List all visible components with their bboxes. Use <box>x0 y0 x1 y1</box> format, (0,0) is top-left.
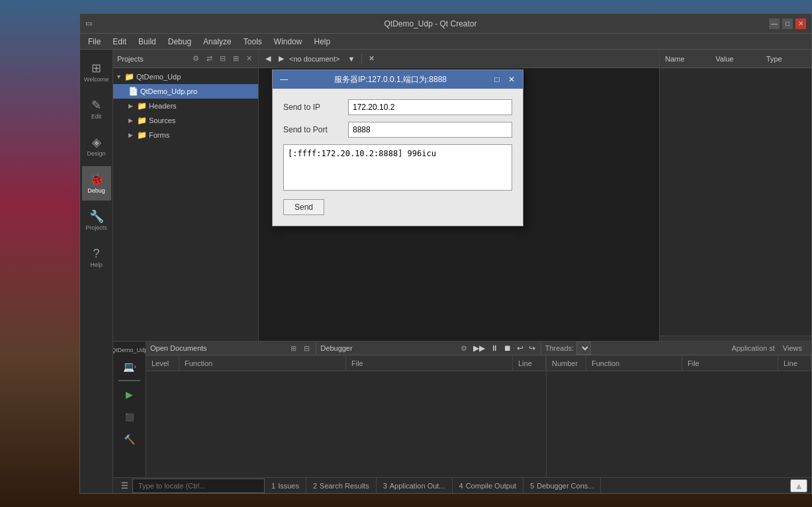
right-panel-content <box>660 68 811 336</box>
stack-col-function: Function <box>179 355 346 371</box>
sidebar-help-label: Help <box>90 261 103 268</box>
design-icon: ◈ <box>92 136 101 148</box>
debug-device-icon: 💻 <box>123 361 134 372</box>
main-panel: Projects ⚙ ⇄ ⊟ ⊞ ✕ ▼ 📁 QtDemo_Udp <box>113 50 811 493</box>
views-label: Views <box>778 344 807 352</box>
projects-collapse-btn[interactable]: ⊟ <box>217 54 228 64</box>
dialog-maximize-btn[interactable]: □ <box>491 73 503 85</box>
menu-build[interactable]: Build <box>133 36 161 48</box>
debug-left-panel: QtDemo_Udp 💻 › ▶ ⬛ 🔨 <box>113 342 146 477</box>
menu-window[interactable]: Window <box>269 36 308 48</box>
debugger-settings-btn[interactable]: ⚙ <box>459 343 469 353</box>
forms-label: Forms <box>149 131 169 139</box>
status-up-btn[interactable]: ▲ <box>790 479 807 492</box>
status-tab-2[interactable]: 2 Search Results <box>306 478 377 493</box>
headers-label: Headers <box>149 102 177 110</box>
pro-file-icon: 📄 <box>128 87 138 96</box>
menu-edit[interactable]: Edit <box>107 36 132 48</box>
right-panel-scrollbar[interactable] <box>660 336 811 341</box>
tree-root[interactable]: ▼ 📁 QtDemo_Udp <box>113 69 258 84</box>
tree-forms[interactable]: ▶ 📁 Forms <box>113 128 258 142</box>
menu-file[interactable]: File <box>83 36 106 48</box>
sidebar-design[interactable]: ◈ Design <box>82 129 111 163</box>
forms-expand-icon: ▶ <box>128 132 135 138</box>
send-port-input[interactable] <box>348 122 512 138</box>
minimize-button[interactable]: — <box>769 19 780 29</box>
headers-expand-icon: ▶ <box>128 103 135 109</box>
forms-folder-icon: 📁 <box>137 130 147 140</box>
send-port-label: Send to Port <box>283 125 343 134</box>
open-docs-close-btn[interactable]: ⊟ <box>301 343 312 353</box>
projects-close-btn[interactable]: ✕ <box>244 54 254 64</box>
sidebar-edit[interactable]: ✎ Edit <box>82 92 111 126</box>
menu-analyze[interactable]: Analyze <box>198 36 237 48</box>
sidebar-projects[interactable]: 🔧 Projects <box>82 203 111 238</box>
tree-headers[interactable]: ▶ 📁 Headers <box>113 99 258 113</box>
sidebar-debug-label: Debug <box>87 187 105 194</box>
sidebar-edit-label: Edit <box>91 113 102 120</box>
pro-file-label: QtDemo_Udp.pro <box>140 87 197 95</box>
tree-sources[interactable]: ▶ 📁 Sources <box>113 113 258 128</box>
build-icon-btn[interactable]: 🔨 <box>120 430 139 449</box>
debug-tool-icon1: ▶▶ <box>472 344 486 353</box>
title-bar: ▭ QtDemo_Udp - Qt Creator — □ ✕ <box>80 14 811 34</box>
status-tab-1-label: Issues <box>278 482 299 490</box>
stack-header: Level Function File Line <box>146 355 546 371</box>
debugger-top-bar: Open Documents ⊞ ⊟ Debugger ⚙ ▶▶ ⏸ ⏹ ↩ ↪ <box>146 342 811 355</box>
play-button[interactable]: ▶ <box>120 385 139 404</box>
locate-input[interactable] <box>132 479 265 493</box>
dialog-close-btn[interactable]: ✕ <box>506 73 518 85</box>
projects-sync-btn[interactable]: ⇄ <box>204 54 214 64</box>
edit-icon: ✎ <box>91 99 101 111</box>
maximize-button[interactable]: □ <box>782 19 793 29</box>
projects-expand-btn[interactable]: ⊞ <box>230 54 241 64</box>
toolbar-separator <box>361 54 362 64</box>
dialog-minimize-btn[interactable]: — <box>278 73 290 85</box>
sidebar-design-label: Design <box>87 150 105 157</box>
send-ip-input[interactable] <box>348 99 512 115</box>
file-tree: ▼ 📁 QtDemo_Udp 📄 QtDemo_Udp.pro <box>113 68 258 341</box>
debugger-label: Debugger <box>320 344 455 352</box>
menu-help[interactable]: Help <box>309 36 336 48</box>
app-state-label: Application st <box>731 344 774 352</box>
status-tab-5[interactable]: 5 Debugger Cons... <box>523 478 601 493</box>
col-value: Value <box>710 55 760 63</box>
close-button[interactable]: ✕ <box>795 19 806 29</box>
tree-pro-file[interactable]: 📄 QtDemo_Udp.pro <box>113 84 258 99</box>
main-window: ▭ QtDemo_Udp - Qt Creator — □ ✕ File Edi… <box>79 13 812 494</box>
debugger-content: Level Function File Line Number <box>146 355 811 477</box>
sidebar-debug[interactable]: 🐞 Debug <box>82 166 111 201</box>
editor-close-btn[interactable]: ✕ <box>366 53 377 64</box>
projects-filter-btn[interactable]: ⚙ <box>191 54 201 64</box>
debug-tool-icon5: ↪ <box>527 344 537 353</box>
status-tab-5-label: Debugger Cons... <box>537 482 594 490</box>
sidebar-projects-label: Projects <box>85 224 107 231</box>
sidebar-help[interactable]: ? Help <box>82 240 111 275</box>
editor-dropdown-btn[interactable]: ▼ <box>345 54 357 64</box>
root-label: QtDemo_Udp <box>136 73 181 81</box>
open-docs-expand-btn[interactable]: ⊞ <box>288 343 298 353</box>
col-name: Name <box>660 55 710 63</box>
message-textarea[interactable]: [:ffff:172.20.10.2:8888] 996icu <box>283 144 512 191</box>
status-tab-3[interactable]: 3 Application Out... <box>377 478 453 493</box>
status-tab-2-num: 2 <box>313 482 317 490</box>
menu-bar: File Edit Build Debug Analyze Tools Wind… <box>80 34 811 50</box>
bp-col-number: Number <box>547 355 586 371</box>
sidebar-welcome[interactable]: ⊞ Welcome <box>82 55 111 89</box>
col-type: Type <box>761 55 811 63</box>
send-ip-row: Send to IP <box>283 99 512 115</box>
bp-header: Number Function File Line <box>547 355 811 371</box>
editor-fwd-btn[interactable]: ▶ <box>276 53 287 64</box>
threads-select[interactable] <box>576 342 591 355</box>
title-bar-buttons: — □ ✕ <box>769 19 806 29</box>
debug-device-btn[interactable]: 💻 › <box>120 357 139 376</box>
status-tab-4-label: Compile Output <box>466 482 516 490</box>
menu-tools[interactable]: Tools <box>238 36 267 48</box>
status-tab-4[interactable]: 4 Compile Output <box>453 478 524 493</box>
send-button[interactable]: Send <box>283 199 324 215</box>
debug-icon: 🐞 <box>89 173 104 185</box>
editor-back-btn[interactable]: ◀ <box>263 53 273 64</box>
breakpoints-icon-btn[interactable]: ⬛ <box>120 408 139 426</box>
status-tab-1[interactable]: 1 Issues <box>265 478 306 493</box>
menu-debug[interactable]: Debug <box>163 36 197 48</box>
